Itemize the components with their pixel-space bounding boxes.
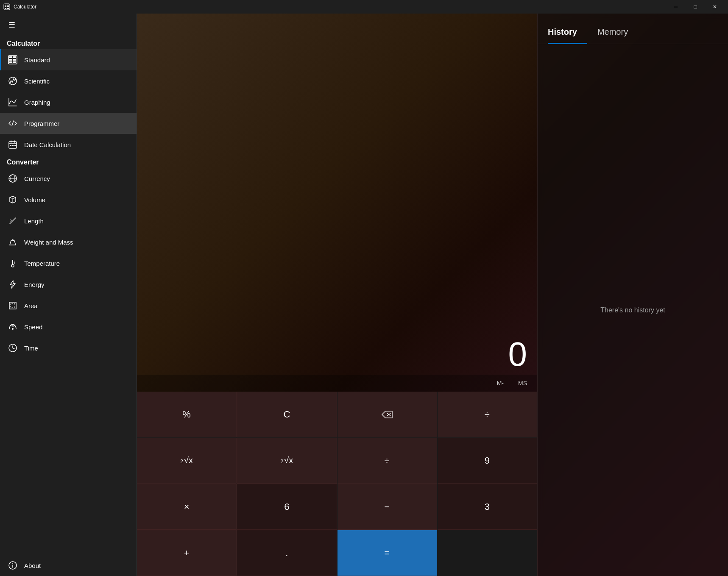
sidebar-item-energy-label: Energy [24, 281, 45, 288]
currency-icon [8, 174, 17, 183]
sidebar-item-time[interactable]: Time [0, 337, 137, 359]
svg-rect-8 [9, 56, 12, 58]
svg-rect-2 [7, 5, 9, 6]
sidebar-item-time-label: Time [24, 345, 38, 352]
calc-content: 0 M- MS % C [137, 14, 728, 576]
graphing-icon [8, 97, 17, 107]
svg-rect-11 [13, 59, 16, 61]
sidebar-item-volume[interactable]: Volume [0, 189, 137, 210]
sidebar-item-length[interactable]: Length [0, 210, 137, 231]
sidebar-item-weight-label: Weight and Mass [24, 239, 73, 246]
minimize-button[interactable]: ─ [666, 0, 686, 14]
sidebar-item-about-label: About [24, 562, 41, 569]
equals-button[interactable]: = [338, 530, 437, 576]
history-tab[interactable]: History [548, 22, 587, 44]
about-icon [8, 561, 17, 570]
titlebar: Calculator ─ □ ✕ [0, 0, 728, 14]
hamburger-button[interactable]: ☰ [7, 19, 17, 31]
svg-rect-6 [7, 8, 9, 9]
svg-rect-13 [13, 61, 16, 63]
multiply-button[interactable]: × [137, 484, 237, 530]
calculator-section-label: Calculator [0, 36, 137, 49]
speed-icon [8, 322, 17, 331]
sidebar-item-currency[interactable]: Currency [0, 168, 137, 189]
sidebar-item-graphing[interactable]: Graphing [0, 92, 137, 113]
weight-icon [8, 237, 17, 247]
backspace-button[interactable] [338, 392, 437, 437]
length-icon [8, 216, 17, 225]
sidebar-item-length-label: Length [24, 217, 44, 225]
svg-point-28 [12, 563, 13, 564]
volume-icon [8, 195, 17, 204]
sidebar-item-temperature[interactable]: Temperature [0, 253, 137, 274]
svg-rect-1 [5, 5, 6, 6]
date-icon [8, 140, 17, 149]
sqrt-label: 2√x [180, 456, 193, 465]
area-icon [8, 301, 17, 310]
three-button[interactable]: 3 [438, 484, 537, 530]
svg-rect-17 [12, 145, 14, 146]
svg-point-25 [12, 328, 14, 330]
svg-rect-4 [7, 6, 9, 7]
clear-button[interactable]: C [237, 392, 337, 437]
close-button[interactable]: ✕ [705, 0, 725, 14]
energy-icon [8, 280, 17, 289]
svg-rect-5 [5, 8, 6, 9]
app-title: Calculator [14, 4, 36, 10]
sidebar-item-graphing-label: Graphing [24, 99, 50, 106]
converter-section-label: Converter [0, 155, 137, 168]
sidebar-item-about[interactable]: About [0, 555, 137, 576]
app-body: ☰ Calculator Standard [0, 14, 728, 576]
sidebar-item-speed-label: Speed [24, 323, 42, 331]
percent-button[interactable]: % [137, 392, 237, 437]
calc-display: 0 [137, 290, 537, 375]
six-button[interactable]: 6 [237, 484, 337, 530]
sidebar-item-energy[interactable]: Energy [0, 274, 137, 295]
time-icon [8, 343, 17, 353]
divide-button[interactable]: ÷ [438, 392, 537, 437]
plus-button[interactable]: + [137, 530, 237, 576]
sidebar-item-weight[interactable]: Weight and Mass [0, 231, 137, 253]
history-tabs: History Memory [538, 14, 728, 44]
divide2-button[interactable]: ÷ [338, 438, 437, 484]
sidebar-item-speed[interactable]: Speed [0, 316, 137, 337]
svg-rect-12 [9, 61, 12, 63]
sidebar-item-scientific[interactable]: Scientific [0, 70, 137, 92]
sqrt-button[interactable]: 2√x [137, 438, 237, 484]
sidebar-item-scientific-label: Scientific [24, 78, 50, 85]
sidebar-item-standard[interactable]: Standard [0, 49, 137, 70]
programmer-icon [8, 119, 17, 128]
titlebar-controls: ─ □ ✕ [666, 0, 725, 14]
sidebar-item-volume-label: Volume [24, 196, 45, 203]
maximize-button[interactable]: □ [686, 0, 705, 14]
calc-grid: % C ÷ 2√x [137, 392, 537, 576]
sidebar-header: ☰ [0, 14, 137, 36]
svg-point-21 [12, 239, 14, 241]
svg-rect-23 [9, 302, 16, 309]
calc-result: 0 [508, 337, 527, 371]
calc-panel: 0 M- MS % C [137, 14, 537, 576]
decimal-button[interactable]: . [237, 530, 337, 576]
svg-rect-24 [11, 303, 15, 308]
sidebar-item-standard-label: Standard [24, 56, 50, 64]
memory-minus-button[interactable]: M- [490, 376, 510, 390]
sidebar-item-currency-label: Currency [24, 175, 50, 182]
sidebar-item-area-label: Area [24, 302, 38, 309]
svg-rect-3 [5, 6, 6, 7]
history-empty-message: There's no history yet [600, 306, 665, 314]
sidebar-item-programmer-label: Programmer [24, 120, 59, 127]
nine-button[interactable]: 9 [438, 438, 537, 484]
history-panel: History Memory There's no history yet [537, 14, 728, 576]
minus-button[interactable]: − [338, 484, 437, 530]
standard-icon [8, 55, 17, 64]
sidebar-item-date[interactable]: Date Calculation [0, 134, 137, 155]
svg-rect-10 [9, 59, 12, 61]
svg-rect-18 [14, 145, 16, 146]
sqrt2-button[interactable]: 2√x [237, 438, 337, 484]
memory-store-button[interactable]: MS [511, 376, 534, 390]
sqrt2-label: 2√x [281, 456, 293, 465]
sidebar-item-area[interactable]: Area [0, 295, 137, 316]
scientific-icon [8, 76, 17, 86]
sidebar-item-programmer[interactable]: Programmer [0, 113, 137, 134]
memory-tab[interactable]: Memory [597, 22, 638, 44]
